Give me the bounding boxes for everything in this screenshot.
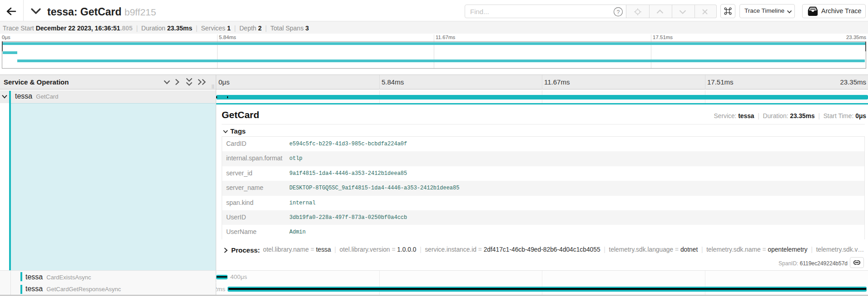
svg-text:?: ?: [617, 9, 620, 15]
